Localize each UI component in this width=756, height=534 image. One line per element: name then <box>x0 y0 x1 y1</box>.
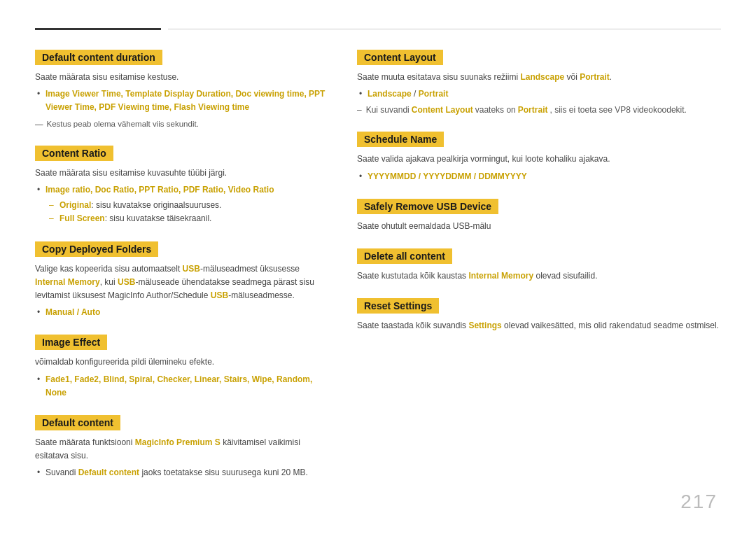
section-intro-delete-all-content: Saate kustutada kõik kaustas Internal Me… <box>357 269 721 283</box>
section-title-schedule-name: Schedule Name <box>357 132 444 147</box>
section-intro-content-layout: Saate muuta esitatava sisu suunaks režii… <box>357 71 721 84</box>
section-schedule-name: Schedule Name Saate valida ajakava pealk… <box>357 132 721 183</box>
sub-item-fullscreen: Full Screen: sisu kuvatakse täisekraanil… <box>59 212 329 225</box>
bullet-list-default-content: Suvandi Default content jaoks toetatakse… <box>35 466 329 479</box>
top-divider <box>35 28 721 30</box>
right-column: Content Layout Saate muuta esitatava sis… <box>357 50 721 513</box>
bullet-item: Landscape / Portrait <box>368 87 721 101</box>
highlight-portrait: Portrait <box>580 72 610 82</box>
section-title-content-ratio: Content Ratio <box>35 146 113 161</box>
section-title-image-effect: Image Effect <box>35 335 107 350</box>
bullet-item: Image ratio, Doc Ratio, PPT Ratio, PDF R… <box>46 183 329 226</box>
sub-text: : sisu kuvatakse originaalsuuruses. <box>91 200 221 210</box>
bullet-list-image-effect: Fade1, Fade2, Blind, Spiral, Checker, Li… <box>35 373 329 400</box>
sub-item-original: Original: sisu kuvatakse originaalsuurus… <box>59 199 329 212</box>
section-copy-deployed-folders: Copy Deployed Folders Valige kas kopeeri… <box>35 241 329 320</box>
highlight-text: Image Viewer Time, Template Display Dura… <box>46 89 325 112</box>
sub-highlight: Original <box>59 200 91 210</box>
section-content-layout: Content Layout Saate muuta esitatava sis… <box>357 50 721 116</box>
highlight-usb2: USB <box>118 277 135 287</box>
top-line-dark <box>35 28 161 30</box>
section-intro-schedule-name: Saate valida ajakava pealkirja vormingut… <box>357 153 721 166</box>
highlight-text: Manual / Auto <box>46 307 100 317</box>
section-reset-settings: Reset Settings Saate taastada kõik suvan… <box>357 298 721 332</box>
bullet-list-default-content-duration: Image Viewer Time, Template Display Dura… <box>35 87 329 114</box>
separator: / <box>412 89 419 99</box>
section-intro-content-ratio: Saate määrata sisu esitamise kuvasuhte t… <box>35 167 329 180</box>
highlight-internal-memory: Internal Memory <box>468 271 533 281</box>
section-image-effect: Image Effect võimaldab konfigureerida pi… <box>35 335 329 400</box>
section-title-default-content: Default content <box>35 415 120 430</box>
highlight-text: Image ratio, Doc Ratio, PPT Ratio, PDF R… <box>46 185 274 195</box>
bullet-list-copy-deployed: Manual / Auto <box>35 306 329 319</box>
divider-note: Kestus peab olema vähemalt viis sekundit… <box>35 118 329 130</box>
section-default-content-duration: Default content duration Saate määrata s… <box>35 50 329 130</box>
sub-list-content-ratio: Original: sisu kuvatakse originaalsuurus… <box>46 199 329 225</box>
bullet-item: Suvandi Default content jaoks toetatakse… <box>46 466 329 479</box>
sub-text: : sisu kuvatakse täisekraanil. <box>105 213 212 223</box>
section-title-default-content-duration: Default content duration <box>35 50 162 65</box>
left-column: Default content duration Saate määrata s… <box>35 50 329 513</box>
section-intro-safely-remove-usb: Saate ohutult eemaldada USB-mälu <box>357 220 721 233</box>
section-intro-default-content-duration: Saate määrata sisu esitamise kestuse. <box>35 71 329 84</box>
section-intro-image-effect: võimaldab konfigureerida pildi ülemineku… <box>35 356 329 369</box>
top-line-light <box>168 29 721 29</box>
section-title-delete-all-content: Delete all content <box>357 248 452 264</box>
section-delete-all-content: Delete all content Saate kustutada kõik … <box>357 248 721 283</box>
highlight-portrait2: Portrait <box>518 104 548 116</box>
bullet-list-schedule-name: YYYYMMDD / YYYYDDMM / DDMMYYYY <box>357 170 721 183</box>
highlight-text: Fade1, Fade2, Blind, Spiral, Checker, Li… <box>46 374 312 398</box>
page-number: 217 <box>680 491 718 513</box>
section-intro-reset-settings: Saate taastada kõik suvandis Settings ol… <box>357 319 721 332</box>
note-text: Kestus peab olema vähemalt viis sekundit… <box>47 118 199 130</box>
bullet-item: Fade1, Fade2, Blind, Spiral, Checker, Li… <box>46 373 329 400</box>
section-title-reset-settings: Reset Settings <box>357 298 439 314</box>
highlight-landscape: Landscape <box>520 72 564 82</box>
bullet-item: Image Viewer Time, Template Display Dura… <box>46 87 329 114</box>
section-safely-remove-usb: Safely Remove USB Device Saate ohutult e… <box>357 199 721 233</box>
dash-note-content-layout: Kui suvandi Content Layout vaateks on Po… <box>357 104 721 116</box>
note-text: Suvandi Default content jaoks toetatakse… <box>46 468 308 477</box>
sub-highlight: Full Screen <box>59 213 105 223</box>
highlight-settings: Settings <box>468 321 501 330</box>
highlight-default-content: Default content <box>78 468 139 477</box>
section-intro-copy-deployed-folders: Valige kas kopeerida sisu automaatselt U… <box>35 262 329 303</box>
highlight-text: YYYYMMDD / YYYYDDMM / DDMMYYYY <box>368 171 527 181</box>
section-intro-default-content: Saate määrata funktsiooni MagicInfo Prem… <box>35 436 329 463</box>
bullet-list-content-layout: Landscape / Portrait <box>357 87 721 101</box>
highlight-usb: USB <box>183 264 200 274</box>
section-title-copy-deployed-folders: Copy Deployed Folders <box>35 241 158 257</box>
bullet-item: Manual / Auto <box>46 306 329 319</box>
highlight-internal: Internal Memory <box>35 277 100 287</box>
highlight-text2: Portrait <box>419 89 449 99</box>
section-title-content-layout: Content Layout <box>357 50 443 65</box>
highlight-text: Landscape <box>368 89 412 99</box>
section-default-content: Default content Saate määrata funktsioon… <box>35 415 329 480</box>
highlight-usb3: USB <box>211 290 228 300</box>
highlight-content-layout: Content Layout <box>412 104 473 116</box>
bullet-list-content-ratio: Image ratio, Doc Ratio, PPT Ratio, PDF R… <box>35 183 329 226</box>
section-content-ratio: Content Ratio Saate määrata sisu esitami… <box>35 146 329 226</box>
highlight-magicinfo: MagicInfo Premium S <box>135 437 220 447</box>
section-title-safely-remove-usb: Safely Remove USB Device <box>357 199 498 214</box>
bullet-item: YYYYMMDD / YYYYDDMM / DDMMYYYY <box>368 170 721 183</box>
